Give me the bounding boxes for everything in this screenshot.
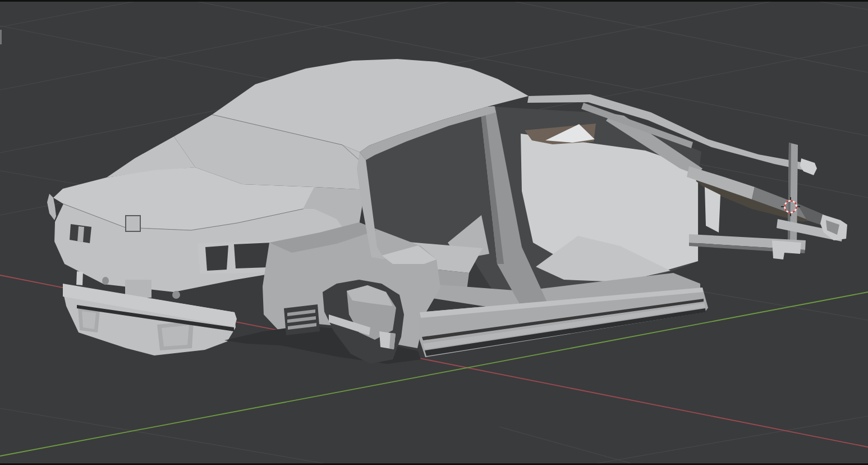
cowl-side-wedge xyxy=(705,187,720,233)
trunk-badge xyxy=(126,216,140,231)
left-taillight-strut xyxy=(77,226,84,242)
right-taillight-opening-inner xyxy=(205,245,228,271)
header-end-hook xyxy=(800,158,817,175)
window-edge-notch xyxy=(0,30,2,44)
bumper-recess-right-inner xyxy=(162,325,189,347)
blender-3d-viewport[interactable] xyxy=(0,0,868,465)
sensor-hole-left xyxy=(102,277,109,285)
front-stand xyxy=(772,240,801,259)
top-letterbox-bar xyxy=(0,0,868,2)
viewport-canvas[interactable] xyxy=(0,0,868,465)
bumper-recess-left-inner xyxy=(82,311,96,329)
sensor-hole-right xyxy=(172,291,180,299)
fascia-tab xyxy=(76,271,83,285)
